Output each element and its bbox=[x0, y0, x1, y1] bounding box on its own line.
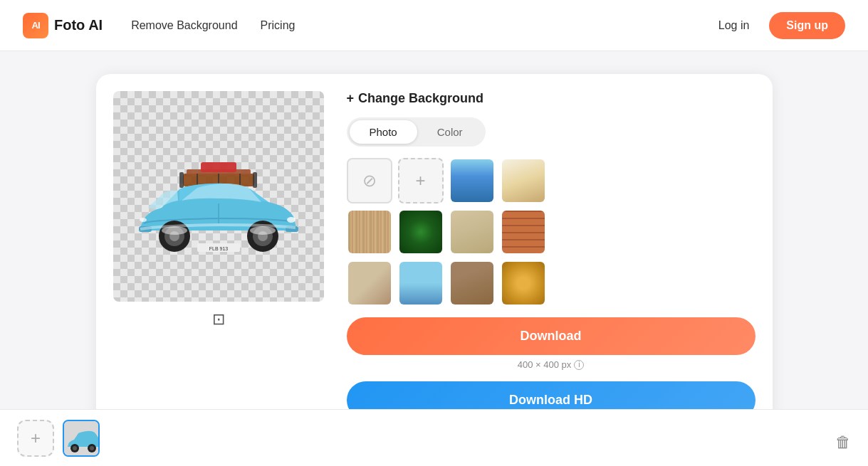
login-button[interactable]: Log in bbox=[710, 14, 758, 38]
bg-partial4-preview bbox=[502, 262, 545, 305]
logo-text: Foto AI bbox=[54, 17, 103, 33]
bg-option-partial3[interactable] bbox=[449, 260, 495, 306]
nav-item-pricing[interactable]: Pricing bbox=[261, 16, 296, 35]
background-grid: ⊘ + bbox=[347, 158, 755, 306]
header-right: Log in Sign up bbox=[710, 12, 845, 39]
trash-button[interactable]: 🗑 bbox=[835, 433, 851, 452]
bg-sand-preview bbox=[451, 211, 493, 253]
controls-panel: + Change Background Photo Color ⊘ + bbox=[347, 91, 755, 434]
bg-option-add[interactable]: + bbox=[398, 158, 444, 203]
logo-area[interactable]: AI Foto AI bbox=[23, 13, 103, 38]
thumbnail-item[interactable] bbox=[63, 420, 100, 457]
tab-switcher: Photo Color bbox=[347, 117, 486, 147]
nav-item-remove-background[interactable]: Remove Background bbox=[131, 16, 237, 35]
bg-yellow-preview bbox=[502, 159, 545, 202]
main-content: FLB 913 ⊡ + Change Background Photo Colo… bbox=[0, 51, 868, 466]
image-panel: FLB 913 ⊡ bbox=[113, 91, 324, 434]
svg-point-16 bbox=[287, 217, 296, 223]
tab-color[interactable]: Color bbox=[417, 120, 483, 144]
svg-point-17 bbox=[140, 218, 147, 222]
no-bg-icon: ⊘ bbox=[362, 171, 377, 191]
canvas-area[interactable]: FLB 913 bbox=[113, 91, 324, 302]
editor-card: FLB 913 ⊡ + Change Background Photo Colo… bbox=[96, 74, 773, 451]
svg-text:FLB 913: FLB 913 bbox=[209, 246, 228, 251]
logo-icon: AI bbox=[23, 13, 48, 38]
download-standard-button[interactable]: Download bbox=[347, 317, 755, 355]
bg-partial3-preview bbox=[451, 262, 493, 305]
svg-rect-3 bbox=[253, 172, 257, 188]
bg-option-partial4[interactable] bbox=[501, 260, 546, 306]
bg-option-ocean[interactable] bbox=[449, 158, 495, 203]
add-bg-icon: + bbox=[415, 171, 425, 191]
bg-option-partial2[interactable] bbox=[398, 260, 444, 306]
bg-option-brick[interactable] bbox=[501, 209, 546, 255]
nav: Remove Background Pricing bbox=[131, 16, 710, 35]
bg-partial2-preview bbox=[399, 262, 442, 305]
header: AI Foto AI Remove Background Pricing Log… bbox=[0, 0, 868, 51]
svg-point-24 bbox=[73, 446, 77, 450]
standard-info-icon[interactable]: i bbox=[574, 360, 584, 370]
svg-point-21 bbox=[250, 226, 276, 235]
svg-rect-2 bbox=[179, 172, 184, 188]
bg-option-partial1[interactable] bbox=[347, 260, 392, 306]
tab-photo[interactable]: Photo bbox=[350, 120, 417, 144]
bg-garden-preview bbox=[399, 211, 442, 253]
thumbnail-car-preview bbox=[64, 421, 100, 457]
compare-icon[interactable]: ⊡ bbox=[212, 310, 225, 329]
add-image-icon: + bbox=[31, 428, 41, 448]
bg-option-wood[interactable] bbox=[347, 209, 392, 255]
bg-option-garden[interactable] bbox=[398, 209, 444, 255]
car-image: FLB 913 bbox=[126, 152, 311, 280]
bg-option-none[interactable]: ⊘ bbox=[347, 158, 392, 203]
bg-blue-preview bbox=[451, 159, 493, 202]
add-image-button[interactable]: + bbox=[17, 420, 54, 457]
bottom-bar: + 🗑 bbox=[0, 409, 868, 466]
bg-brick-preview bbox=[502, 211, 545, 253]
bg-partial1-preview bbox=[348, 262, 391, 305]
standard-size-info: 400 × 400 px i bbox=[347, 359, 755, 370]
bg-option-sand[interactable] bbox=[449, 209, 495, 255]
bg-wood-preview bbox=[348, 211, 391, 253]
svg-point-26 bbox=[90, 446, 94, 450]
signup-button[interactable]: Sign up bbox=[769, 12, 845, 39]
change-bg-prefix: + bbox=[347, 91, 355, 106]
change-background-title: Change Background bbox=[358, 91, 483, 106]
change-background-header: + Change Background bbox=[347, 91, 755, 106]
svg-rect-7 bbox=[201, 162, 236, 172]
bg-option-field[interactable] bbox=[501, 158, 546, 203]
